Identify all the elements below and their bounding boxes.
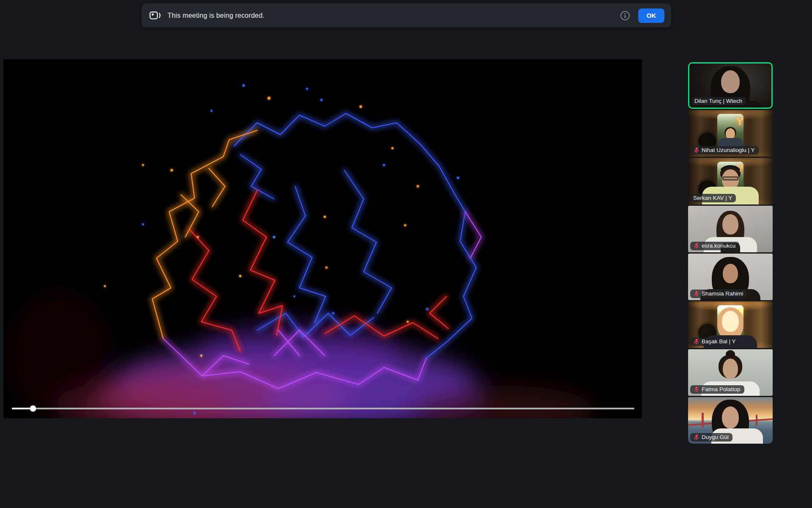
info-icon[interactable]: [620, 10, 631, 21]
bridge-tower: [702, 413, 704, 427]
mic-muted-icon: [693, 386, 700, 392]
participant-name-label: Fatma Polattop: [690, 385, 744, 394]
mic-muted-icon: [693, 338, 700, 345]
participant-tile[interactable]: Y Fatma Polattop: [688, 349, 773, 396]
person-hair-bun: [726, 350, 735, 359]
participant-name: Shamsia Rahimi: [702, 290, 743, 297]
participant-name: Duygu Gül: [702, 434, 729, 440]
recording-camera-icon: [149, 11, 162, 21]
brain-visualization: [3, 59, 642, 418]
person-face: [721, 70, 740, 93]
video-progress-handle[interactable]: [30, 406, 36, 412]
person-face: [722, 214, 738, 235]
ok-button[interactable]: OK: [638, 8, 664, 23]
participant-name-label: esra.konukcu: [690, 242, 739, 250]
participant-name-label: Duygu Gül: [690, 433, 732, 442]
recording-banner-text: This meeting is being recorded.: [167, 12, 620, 19]
participant-name: Serkan KAV | Y: [693, 195, 732, 201]
shared-screen[interactable]: [3, 59, 642, 418]
person-face: [723, 264, 738, 283]
participant-name: Fatma Polattop: [702, 386, 741, 392]
participant-name: Nihat Uzunalioglu | Y: [702, 147, 755, 153]
recording-banner: This meeting is being recorded. OK: [142, 3, 671, 28]
participant-name-label: Serkan KAV | Y: [690, 194, 736, 202]
participant-name: Dilan Tunç | Wtech: [694, 98, 742, 104]
participant-name-label: Shamsia Rahimi: [690, 290, 747, 298]
participant-tile[interactable]: Y Serkan KAV | Y: [688, 158, 773, 204]
person-face: [723, 359, 738, 379]
y-logo: Y: [736, 116, 743, 127]
mic-muted-icon: [693, 243, 700, 249]
participant-tile[interactable]: Y Başak Bal | Y: [688, 301, 773, 348]
participant-name: Başak Bal | Y: [702, 338, 736, 345]
participants-strip: Y Dilan Tunç | Wtech: [688, 62, 773, 444]
bridge-tower: [756, 415, 757, 426]
mic-muted-icon: [693, 434, 700, 440]
mic-muted-icon: [693, 290, 700, 297]
participant-name-label: Nihat Uzunalioglu | Y: [690, 146, 759, 155]
person-glasses: [722, 177, 738, 180]
participant-tile[interactable]: Y Dilan Tunç | Wtech: [688, 62, 773, 109]
participant-tile[interactable]: Y Shamsia Rahimi: [688, 254, 773, 300]
participant-name: esra.konukcu: [702, 243, 735, 249]
participant-name-label: Dilan Tunç | Wtech: [691, 97, 746, 105]
video-progress-bar[interactable]: [12, 408, 634, 409]
person-face: [722, 311, 739, 332]
person-face: [722, 406, 739, 428]
participant-name-label: Başak Bal | Y: [690, 337, 740, 346]
participant-tile[interactable]: Y Duygu Gül: [688, 397, 773, 444]
mic-muted-icon: [693, 147, 700, 153]
participant-tile[interactable]: Y esra.konukcu: [688, 206, 773, 252]
participant-tile[interactable]: Y Nihat Uzunalioglu | Y: [688, 110, 773, 157]
